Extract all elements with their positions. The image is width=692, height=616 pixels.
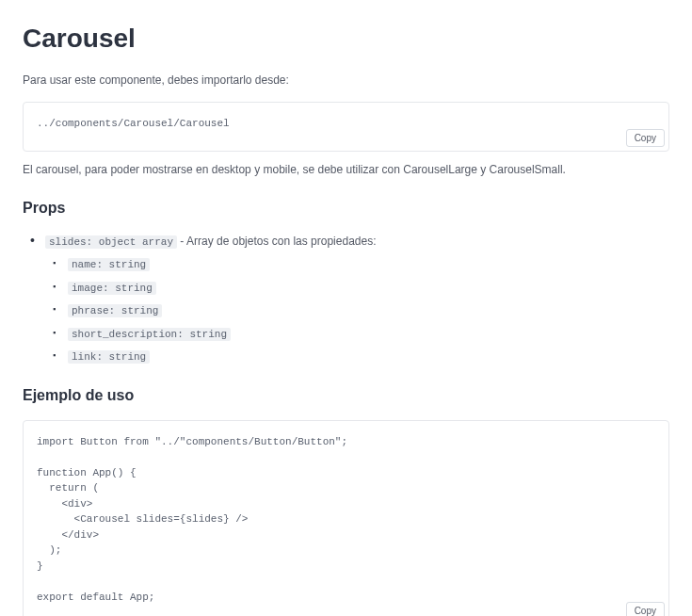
props-heading: Props <box>23 197 669 219</box>
import-code-block: ../components/Carousel/Carousel Copy <box>23 102 669 152</box>
list-item: name: string <box>45 255 669 273</box>
copy-button[interactable]: Copy <box>626 129 665 147</box>
prop-sub-code: short_description: string <box>68 328 231 341</box>
props-sublist: name: string image: string phrase: strin… <box>45 255 669 365</box>
props-list: slides: object array - Array de objetos … <box>23 233 669 365</box>
prop-sub-code: image: string <box>68 282 156 295</box>
example-code: import Button from "../"components/Butto… <box>37 434 655 606</box>
list-item: image: string <box>45 279 669 297</box>
prop-sub-code: phrase: string <box>68 304 162 317</box>
props-item: slides: object array - Array de objetos … <box>23 233 669 365</box>
prop-desc: - Array de objetos con las propiedades: <box>177 235 376 248</box>
example-code-block: import Button from "../"components/Butto… <box>23 420 669 617</box>
prop-sub-code: link: string <box>68 350 150 364</box>
copy-button[interactable]: Copy <box>626 602 665 616</box>
page-title: Carousel <box>23 19 669 58</box>
description-text: El carousel, para poder mostrarse en des… <box>23 161 669 178</box>
intro-text: Para usar este componente, debes importa… <box>23 72 669 89</box>
example-heading: Ejemplo de uso <box>23 384 669 407</box>
list-item: phrase: string <box>45 301 669 319</box>
prop-code: slides: object array <box>45 235 177 249</box>
list-item: link: string <box>45 348 669 365</box>
list-item: short_description: string <box>45 325 669 343</box>
prop-sub-code: name: string <box>68 258 150 271</box>
import-code: ../components/Carousel/Carousel <box>37 116 655 132</box>
